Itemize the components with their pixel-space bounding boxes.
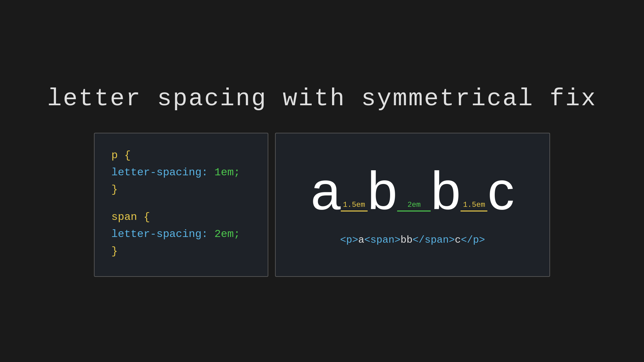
code-selector-span: span { (111, 211, 150, 223)
measure-bar-1 (341, 210, 368, 212)
letter-b2: b (431, 164, 461, 218)
letter-a: a (311, 164, 341, 218)
code-block-p: p { letter-spacing: 1em; } (111, 147, 251, 198)
html-open-p-tag: <p> (340, 234, 358, 246)
code-value-p: 1em; (208, 166, 240, 179)
visual-letters-area: a 1.5em b 2em b 1.5em c (311, 164, 515, 218)
code-property-span: letter-spacing: (111, 228, 208, 240)
code-block-span: span { letter-spacing: 2em; } (111, 208, 251, 260)
code-property-p: letter-spacing: (111, 166, 208, 179)
code-line-selector-span: span { (111, 208, 251, 226)
html-open-span-tag: <span> (364, 234, 400, 246)
letter-c: c (487, 164, 514, 218)
code-line-property-span: letter-spacing: 2em; (111, 226, 251, 243)
measure-1: 1.5em (341, 201, 368, 212)
letter-b1: b (368, 164, 397, 218)
measure-label-1: 1.5em (343, 201, 365, 209)
code-line-close-span: } (111, 243, 251, 260)
html-text-bb: bb (400, 234, 413, 246)
code-panel: p { letter-spacing: 1em; } span { letter… (94, 133, 268, 277)
measure-3: 1.5em (461, 201, 487, 212)
code-close-brace-p: } (111, 183, 118, 196)
measure-label-2: 2em (408, 201, 421, 209)
html-close-span-tag: </span> (413, 234, 455, 246)
measure-2: 2em (397, 201, 431, 212)
html-text-a: a (358, 234, 364, 246)
measure-bar-2 (397, 210, 431, 212)
code-close-brace-span: } (111, 245, 118, 257)
html-code-line: <p>a<span>bb</span>c</p> (340, 234, 485, 246)
measure-bar-3 (461, 210, 487, 212)
code-line-property-p: letter-spacing: 1em; (111, 164, 251, 181)
page-title: letter spacing with symmetrical fix (47, 85, 597, 113)
code-selector-p: p { (111, 149, 131, 162)
html-close-p-tag: </p> (461, 234, 485, 246)
visual-panel: a 1.5em b 2em b 1.5em c (275, 133, 550, 277)
code-value-span: 2em; (208, 228, 240, 240)
code-line-selector-p: p { (111, 147, 251, 164)
measure-label-3: 1.5em (463, 201, 485, 209)
html-text-c: c (455, 234, 461, 246)
code-line-close-p: } (111, 181, 251, 198)
panels-container: p { letter-spacing: 1em; } span { letter… (94, 133, 550, 277)
